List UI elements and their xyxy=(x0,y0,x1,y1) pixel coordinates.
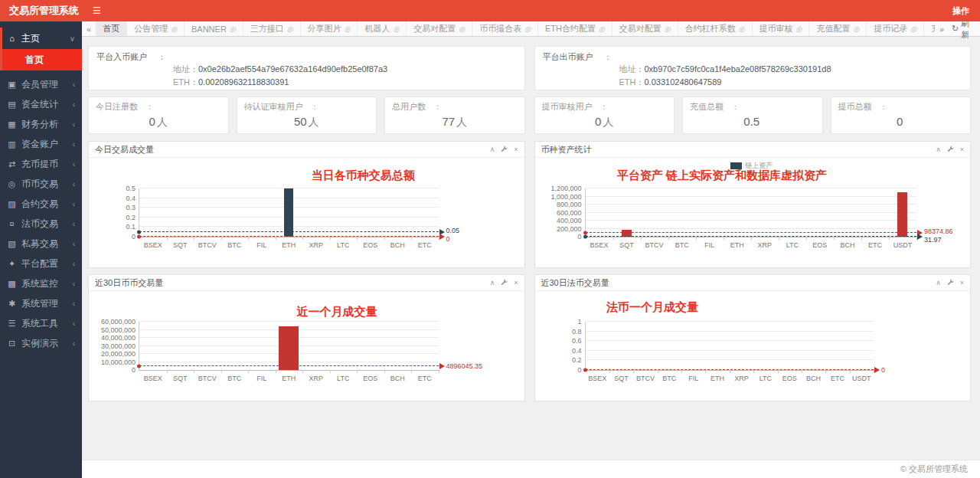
xlab: ETC xyxy=(418,375,432,382)
tab[interactable]: 币币撮合表 ◎ xyxy=(472,21,538,36)
tab[interactable]: 提币记录 ◎ xyxy=(867,21,924,36)
tab[interactable]: ETH合约配置 ◎ xyxy=(538,21,612,36)
tab-close-icon[interactable]: ◎ xyxy=(459,25,465,33)
tab[interactable]: 合约杠杆系数 ◎ xyxy=(678,21,753,36)
tab-close-icon[interactable]: ◎ xyxy=(910,25,916,33)
tab-list: 首页 公告管理 ◎ BANNER ◎ 三方接口 ◎ 分享图片 ◎ xyxy=(96,21,935,36)
xlab: BSEX xyxy=(144,375,162,382)
sidebar-item[interactable]: ▦ 财务分析 ‹ xyxy=(0,114,82,134)
chart-annotation: 近一个月成交量 xyxy=(297,305,377,319)
xlab: ETC xyxy=(418,241,432,249)
tab-close-icon[interactable]: ◎ xyxy=(853,25,859,33)
sidebar-item[interactable]: ⊡ 实例演示 ‹ xyxy=(0,333,82,353)
tab-close-icon[interactable]: ◎ xyxy=(796,25,802,33)
tab[interactable]: 交易对配置 ◎ xyxy=(407,21,472,36)
settings-wrench-icon[interactable] xyxy=(947,279,954,287)
tab[interactable]: BANNER ◎ xyxy=(185,21,243,36)
coin-trade-icon: ◎ xyxy=(7,179,17,189)
grid xyxy=(139,321,439,322)
tab[interactable]: 首页 xyxy=(96,21,127,36)
tab-close-icon[interactable]: ◎ xyxy=(665,25,671,33)
sidebar-item[interactable]: ⇄ 充币提币 ‹ xyxy=(0,154,82,174)
tab[interactable]: 三方接口 ◎ xyxy=(243,21,301,36)
chevron-icon: ‹ xyxy=(73,200,75,208)
stat-unit: 人 xyxy=(157,116,168,128)
tab[interactable]: 交易对配置 ◎ xyxy=(612,21,678,36)
chart-panel: 币种资产统计 ∧ × 0200,000400,000600,000800,000… xyxy=(534,141,972,268)
settings-wrench-icon[interactable] xyxy=(501,279,508,287)
stat-value: 50 xyxy=(294,115,307,128)
sidebar-item-label: 主页 xyxy=(21,32,40,45)
xlab: BCH xyxy=(390,375,405,382)
tab-close-icon[interactable]: ◎ xyxy=(171,25,177,33)
chevron-icon: ‹ xyxy=(73,240,75,248)
tab-close-icon[interactable]: ◎ xyxy=(230,25,236,33)
sidebar-item[interactable]: ✦ 平台配置 ‹ xyxy=(0,254,82,273)
sidebar-item[interactable]: ◎ 币币交易 ‹ xyxy=(0,174,82,194)
tab-label: 公告管理 xyxy=(134,23,168,34)
panel-header: 币种资产统计 ∧ × xyxy=(535,142,971,158)
tab-close-icon[interactable]: ◎ xyxy=(739,25,745,33)
tab-label: 提币记录 xyxy=(874,23,907,34)
tabs-scroll-left-icon[interactable]: « xyxy=(82,21,96,36)
tab-close-icon[interactable]: ◎ xyxy=(345,25,351,33)
contract-trade-icon: ▨ xyxy=(7,199,17,209)
mdot xyxy=(137,230,141,234)
sidebar-item[interactable]: ✱ 系统管理 ‹ xyxy=(0,293,82,313)
sidebar-item[interactable]: 首页 xyxy=(0,49,82,70)
sidebar-item[interactable]: ▤ 资金统计 ‹ xyxy=(0,94,82,114)
settings-wrench-icon[interactable] xyxy=(501,146,508,154)
bar xyxy=(897,192,907,237)
sidebar-item[interactable]: ▧ 私募交易 ‹ xyxy=(0,234,82,254)
tabs-scroll-right-icon[interactable]: » xyxy=(935,25,949,34)
tab[interactable]: 提币审核 ◎ xyxy=(753,21,810,36)
sidebar-item[interactable]: ☰ 系统工具 ‹ xyxy=(0,313,82,333)
close-icon[interactable]: × xyxy=(514,146,518,153)
marrow xyxy=(439,234,445,240)
stat-value: 0.5 xyxy=(743,115,760,128)
stat-label: 总用户数 xyxy=(392,102,426,111)
tab-close-icon[interactable]: ◎ xyxy=(287,25,293,33)
collapse-icon[interactable]: ∧ xyxy=(936,280,941,286)
tab-close-icon[interactable]: ◎ xyxy=(524,25,531,33)
sidebar-item-label: 会员管理 xyxy=(21,78,58,91)
xlab: SQT xyxy=(173,241,188,249)
sidebar-item[interactable]: ▥ 资金账户 ‹ xyxy=(0,134,82,154)
collapse-icon[interactable]: ∧ xyxy=(490,280,495,286)
sidebar-item[interactable]: ¤ 法币交易 ‹ xyxy=(0,214,82,234)
grid xyxy=(586,359,874,360)
xlab: ETH xyxy=(282,241,296,249)
close-icon[interactable]: × xyxy=(960,146,964,153)
stat-value: 0 xyxy=(897,115,903,128)
grid xyxy=(586,321,874,322)
xlab: EOS xyxy=(782,375,797,382)
xtick xyxy=(681,370,682,373)
sidebar-item[interactable]: ▩ 系统监控 ‹ xyxy=(0,273,82,293)
tab[interactable]: 分享图片 ◎ xyxy=(301,21,358,36)
close-icon[interactable]: × xyxy=(514,280,518,286)
xlab: SQT xyxy=(614,375,629,382)
eth-label: ETH： xyxy=(619,77,645,87)
sidebar-item[interactable]: ▨ 合约交易 ‹ xyxy=(0,194,82,214)
tab[interactable]: 充币记录 ◎ xyxy=(924,21,935,36)
collapse-icon[interactable]: ∧ xyxy=(490,146,495,153)
menu-toggle-icon[interactable]: ☰ xyxy=(93,5,101,16)
close-icon[interactable]: × xyxy=(960,280,964,286)
xtick xyxy=(357,237,358,240)
action-menu-button[interactable]: 操作 xyxy=(952,5,980,17)
sidebar-item-label: 系统工具 xyxy=(21,317,58,330)
mlab: 0 xyxy=(881,366,885,374)
tab-close-icon[interactable]: ◎ xyxy=(599,25,605,33)
sidebar-item-label: 资金账户 xyxy=(21,138,58,151)
grid xyxy=(586,350,874,351)
tab-close-icon[interactable]: ◎ xyxy=(393,25,399,33)
sidebar-item[interactable]: ⌂ 主页 ∨ xyxy=(0,28,82,49)
tab[interactable]: 公告管理 ◎ xyxy=(127,21,185,36)
xtick xyxy=(167,370,168,373)
tab[interactable]: 机器人 ◎ xyxy=(358,21,407,36)
sidebar-item[interactable]: ▣ 会员管理 ‹ xyxy=(0,74,82,94)
account-cards-row: 平台入币账户： 地址：0x0e26b2aef554a79e67632a164d9… xyxy=(88,46,971,90)
tab[interactable]: 充值配置 ◎ xyxy=(809,21,867,36)
settings-wrench-icon[interactable] xyxy=(947,146,954,154)
collapse-icon[interactable]: ∧ xyxy=(936,146,941,153)
